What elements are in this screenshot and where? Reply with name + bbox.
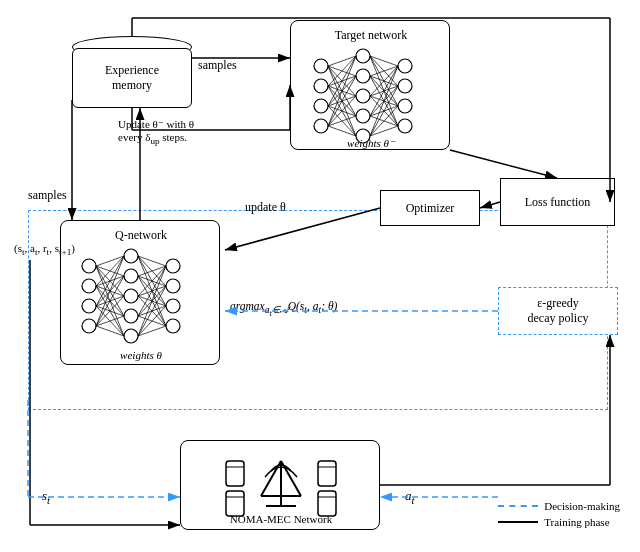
legend-decision-label: Decision-making	[544, 500, 620, 512]
state-input-label: (st, at, rt, st+1)	[14, 242, 75, 257]
svg-point-4	[314, 119, 328, 133]
update-theta-label: Update θ⁻ with θevery δup steps.	[118, 118, 194, 146]
svg-point-12	[398, 99, 412, 113]
svg-point-64	[124, 329, 138, 343]
noma-mec-box: NOMA-MEC Network	[180, 440, 380, 530]
svg-rect-119	[318, 461, 336, 486]
svg-point-3	[314, 99, 328, 113]
svg-line-129	[450, 150, 557, 178]
svg-text:Target network: Target network	[335, 28, 408, 42]
svg-text:Q-network: Q-network	[115, 228, 167, 242]
svg-point-2	[314, 79, 328, 93]
svg-point-67	[166, 299, 180, 313]
svg-point-59	[82, 319, 96, 333]
loss-function-label: Loss function	[525, 195, 591, 210]
svg-rect-115	[226, 461, 244, 486]
at-label: at	[405, 488, 415, 506]
loss-function-box: Loss function	[500, 178, 615, 226]
svg-point-5	[356, 49, 370, 63]
greedy-decay-box: ε-greedydecay policy	[498, 287, 618, 335]
samples-left-label: samples	[28, 188, 67, 203]
svg-line-130	[480, 202, 500, 208]
svg-point-57	[82, 279, 96, 293]
greedy-decay-label: ε-greedydecay policy	[528, 296, 589, 326]
legend-solid-line	[498, 521, 538, 523]
legend: Decision-making Training phase	[498, 500, 620, 532]
noma-mec-svg: NOMA-MEC Network	[181, 441, 381, 531]
svg-point-8	[356, 109, 370, 123]
svg-text:weights θ⁻: weights θ⁻	[347, 137, 396, 149]
svg-text:NOMA-MEC Network: NOMA-MEC Network	[230, 513, 333, 525]
svg-point-63	[124, 309, 138, 323]
legend-dashed-line	[498, 505, 538, 507]
svg-point-7	[356, 89, 370, 103]
target-network-box: Target network	[290, 20, 450, 150]
experience-memory-box: Experiencememory	[72, 48, 192, 108]
target-network-nn-svg: Target network	[291, 21, 451, 151]
legend-training-label: Training phase	[544, 516, 609, 528]
optimizer-label: Optimizer	[406, 201, 455, 216]
q-network-nn-svg: Q-network	[61, 221, 221, 366]
svg-point-11	[398, 79, 412, 93]
update-theta-bottom-label: update θ	[245, 200, 286, 215]
svg-point-68	[166, 319, 180, 333]
svg-point-65	[166, 259, 180, 273]
st-label: st	[42, 488, 50, 506]
diagram: Experiencememory Target network	[0, 0, 640, 552]
argmax-label: argmaxat∈𝒜Q(st, at; θ)	[230, 300, 337, 318]
svg-point-61	[124, 269, 138, 283]
q-network-box: Q-network	[60, 220, 220, 365]
samples-top-label: samples	[198, 58, 237, 73]
legend-decision: Decision-making	[498, 500, 620, 512]
svg-point-6	[356, 69, 370, 83]
svg-point-66	[166, 279, 180, 293]
svg-text:weights θ: weights θ	[120, 349, 162, 361]
optimizer-box: Optimizer	[380, 190, 480, 226]
svg-point-60	[124, 249, 138, 263]
experience-memory-label: Experiencememory	[105, 63, 159, 93]
svg-point-1	[314, 59, 328, 73]
svg-point-58	[82, 299, 96, 313]
svg-point-10	[398, 59, 412, 73]
svg-point-56	[82, 259, 96, 273]
svg-point-13	[398, 119, 412, 133]
legend-training: Training phase	[498, 516, 620, 528]
svg-point-62	[124, 289, 138, 303]
